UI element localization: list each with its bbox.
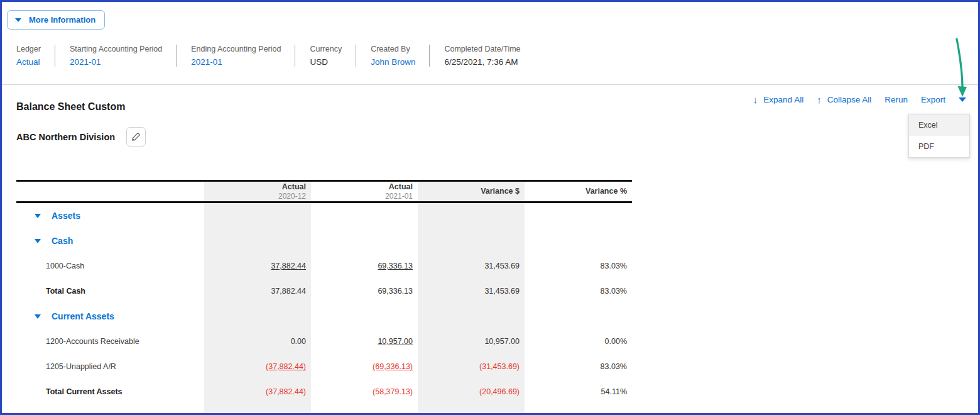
filler-cell [204,404,311,415]
info-field-label: Currency [310,45,342,53]
info-field-label: Starting Accounting Period [70,45,162,53]
info-field-value[interactable]: Actual [16,57,41,67]
column-period: 2020-12 [278,192,306,201]
annotation-arrow [947,36,972,101]
amount-value: 54.11% [601,387,627,396]
value-cell: 54.11% [525,379,632,404]
table-filler-row [16,404,632,415]
amount-value: 0.00 [291,337,306,346]
value-cell: 37,882.44 [204,279,311,304]
amount-value: 37,882.44 [271,287,306,296]
table-row-1000-cash: 1000-Cash37,882.4469,336.1331,453.6983.0… [16,253,632,279]
info-field-created-by: Created ByJohn Brown [356,45,429,67]
drilldown-amount-link[interactable]: (37,882.44) [266,362,306,371]
collapse-triangle-icon[interactable] [35,314,41,319]
info-field-value: USD [310,57,342,67]
collapse-triangle-icon[interactable] [35,214,41,218]
export-menu-item-pdf[interactable]: PDF [909,136,969,157]
info-field-currency: CurrencyUSD [295,45,356,67]
column-title: Variance $ [481,187,520,196]
value-cell: 69,336.13 [311,253,418,279]
column-header-variance-: Variance % [525,182,632,201]
value-cell [525,203,632,228]
report-subtitle: ABC Northern Division [16,132,115,142]
filler-cell [418,404,525,415]
rerun-button[interactable]: Rerun [885,95,908,104]
expand-all-button[interactable]: ↓ Expand All [753,94,803,105]
section-label-cell: Cash [16,228,204,253]
arrow-down-icon: ↓ [753,94,758,105]
value-cell: (37,882.44) [204,354,311,379]
total-label: Total Current Assets [46,387,122,396]
info-field-label: Ending Accounting Period [191,45,281,53]
value-cell [204,228,311,253]
table-row-total-cash: Total Cash37,882.4469,336.1331,453.6983.… [16,279,632,304]
info-field-value[interactable]: 2021-01 [191,57,281,67]
amount-value: 83.03% [601,287,627,296]
value-cell [418,228,525,253]
column-header-variance-: Variance $ [418,182,525,201]
drilldown-amount-link[interactable]: 37,882.44 [271,262,306,270]
total-label-cell: Total Current Assets [16,379,204,404]
filler-cell [525,404,632,415]
column-period: 2021-01 [385,192,413,201]
drilldown-amount-link[interactable]: 69,336.13 [378,262,413,270]
info-field-value[interactable]: John Brown [371,57,415,67]
column-header-actual-2020-12: Actual2020-12 [204,182,311,201]
table-row-total-current-assets: Total Current Assets(37,882.44)(58,379.1… [16,379,632,404]
value-cell: (58,379.13) [311,379,418,404]
account-label: 1200-Accounts Receivable [46,337,139,346]
amount-value: (58,379.13) [373,387,413,396]
table-row-1200-accounts-receivable: 1200-Accounts Receivable0.0010,957.0010,… [16,329,632,354]
expand-all-label: Expand All [763,95,803,104]
value-cell: 69,336.13 [311,279,418,304]
value-cell [311,304,418,329]
value-cell: 83.03% [525,253,632,279]
value-cell: 83.03% [525,279,632,304]
value-cell: (20,496.69) [418,379,525,404]
account-label-cell: 1200-Accounts Receivable [16,329,204,354]
amount-value: 31,453.69 [484,262,520,270]
section-label[interactable]: Assets [52,211,80,221]
rerun-label: Rerun [885,95,908,104]
info-field-completed-date-time: Completed Date/Time6/25/2021, 7:36 AM [429,45,534,67]
section-label-cell: Assets [16,203,204,228]
info-field-label: Created By [371,45,415,53]
value-cell [311,228,418,253]
collapse-all-button[interactable]: ↑ Collapse All [817,94,871,105]
section-label[interactable]: Current Assets [52,311,114,321]
export-button[interactable]: Export [921,95,945,104]
account-label-cell: 1205-Unapplied A/R [16,354,204,379]
more-information-button[interactable]: More Information [7,10,105,30]
info-field-value[interactable]: 2021-01 [70,57,162,67]
value-cell: 10,957.00 [418,329,525,354]
export-menu-item-excel[interactable]: Excel [909,114,969,136]
table-row-current-assets: Current Assets [16,304,632,329]
row-label-header [16,182,204,201]
value-cell: (37,882.44) [204,379,311,404]
info-field-ending-accounting-period: Ending Accounting Period2021-01 [176,45,295,67]
export-dropdown-caret[interactable] [959,97,966,102]
info-field-starting-accounting-period: Starting Accounting Period2021-01 [55,45,176,67]
amount-value: 10,957.00 [484,337,520,346]
column-title: Actual [389,182,413,192]
account-label-cell: 1000-Cash [16,253,204,279]
info-field-label: Completed Date/Time [444,45,520,53]
amount-value: 83.03% [601,362,627,371]
edit-button[interactable] [126,127,146,147]
amount-value: 83.03% [601,262,627,270]
collapse-triangle-icon[interactable] [35,239,41,243]
section-label[interactable]: Cash [52,236,73,246]
filler-cell [311,404,418,415]
more-information-label: More Information [29,15,95,25]
value-cell [204,203,311,228]
value-cell: 31,453.69 [418,279,525,304]
balance-sheet-table: Actual2020-12Actual2021-01Variance $Vari… [16,180,632,415]
drilldown-amount-link[interactable]: 10,957.00 [378,337,413,346]
amount-value: (31,453.69) [479,362,520,371]
export-label: Export [921,95,945,104]
value-cell: 0.00 [204,329,311,354]
section-label-cell: Current Assets [16,304,204,329]
drilldown-amount-link[interactable]: (69,336.13) [373,362,413,371]
total-label: Total Cash [46,287,85,296]
